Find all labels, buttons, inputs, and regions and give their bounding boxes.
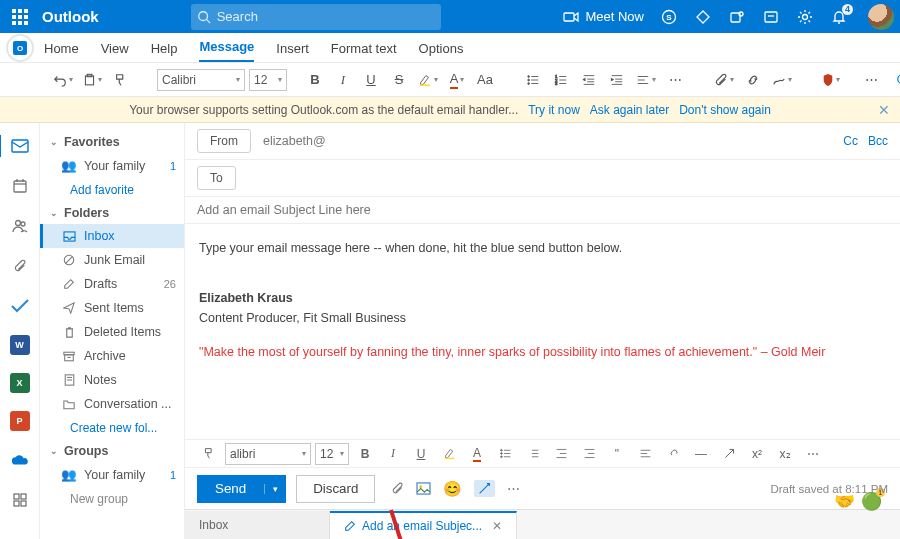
undo-button[interactable]: ▾ [50, 68, 76, 92]
format-painter-button[interactable] [109, 68, 133, 92]
sensitivity-button[interactable]: ▾ [819, 68, 843, 92]
to-button[interactable]: To [197, 166, 236, 190]
add-favorite-link[interactable]: Add favorite [40, 178, 184, 202]
case-button[interactable]: Aa [473, 68, 497, 92]
search-input[interactable] [217, 9, 441, 24]
tab-view[interactable]: View [101, 41, 129, 62]
zoom-button[interactable]: ▾ [893, 68, 900, 92]
new-group-link[interactable]: New group [40, 487, 184, 511]
compose-hr-button[interactable]: — [689, 443, 713, 465]
rail-excel-icon[interactable]: X [10, 373, 30, 393]
rail-people-icon[interactable] [9, 215, 31, 237]
discard-button[interactable]: Discard [296, 475, 375, 503]
tab-help[interactable]: Help [151, 41, 178, 62]
teams-icon[interactable] [728, 8, 746, 26]
bottom-tab-compose[interactable]: Add an email Subjec... ✕ [330, 511, 517, 539]
link-button[interactable] [741, 68, 765, 92]
send-dropdown-icon[interactable]: ▾ [264, 484, 286, 494]
font-color-button[interactable]: A▾ [445, 68, 469, 92]
bullet-list-button[interactable] [521, 68, 545, 92]
app-launcher-icon[interactable] [4, 1, 36, 33]
compose-superscript-button[interactable]: x² [745, 443, 769, 465]
settings-icon[interactable] [796, 8, 814, 26]
sidebar-item-inbox[interactable]: Inbox [40, 224, 184, 248]
compose-quote-button[interactable]: " [605, 443, 629, 465]
sidebar-item-junk[interactable]: Junk Email [40, 248, 184, 272]
compose-underline-button[interactable]: U [409, 443, 433, 465]
message-body[interactable]: Type your email message here -- when don… [185, 224, 900, 376]
compose-outdent-button[interactable] [549, 443, 573, 465]
tab-message[interactable]: Message [199, 39, 254, 62]
send-button[interactable]: Send ▾ [197, 475, 286, 503]
premium-icon[interactable] [694, 8, 712, 26]
overflow-button[interactable]: ⋯ [859, 68, 883, 92]
tab-insert[interactable]: Insert [276, 41, 309, 62]
rail-onedrive-icon[interactable] [9, 449, 31, 471]
italic-button[interactable]: I [331, 68, 355, 92]
bcc-link[interactable]: Bcc [868, 134, 888, 148]
create-folder-link[interactable]: Create new fol... [40, 416, 184, 440]
compose-link-button[interactable] [661, 443, 685, 465]
compose-italic-button[interactable]: I [381, 443, 405, 465]
indent-button[interactable] [605, 68, 629, 92]
rail-word-icon[interactable]: W [10, 335, 30, 355]
sidebar-item-notes[interactable]: Notes [40, 368, 184, 392]
rail-todo-icon[interactable] [9, 295, 31, 317]
notif-close-icon[interactable]: ✕ [878, 102, 890, 118]
sidebar-item-drafts[interactable]: Drafts 26 [40, 272, 184, 296]
compose-font-color-button[interactable]: A [465, 443, 489, 465]
notifications-icon[interactable]: 4 [830, 8, 848, 26]
signature-button[interactable]: ▾ [769, 68, 795, 92]
insert-picture-icon[interactable] [416, 482, 431, 495]
rail-more-icon[interactable] [9, 489, 31, 511]
sidebar-item-archive[interactable]: Archive [40, 344, 184, 368]
rail-mail-icon[interactable] [9, 135, 31, 157]
notif-try-link[interactable]: Try it now [528, 103, 580, 117]
whatsnew-icon[interactable] [762, 8, 780, 26]
rail-calendar-icon[interactable] [9, 175, 31, 197]
compose-size-select[interactable]: 12▾ [315, 443, 349, 465]
drawing-icon[interactable] [474, 480, 495, 497]
font-size-select[interactable]: 12▾ [249, 69, 287, 91]
highlight-button[interactable]: ▾ [415, 68, 441, 92]
bold-button[interactable]: B [303, 68, 327, 92]
format-painter-icon[interactable] [197, 443, 221, 465]
from-button[interactable]: From [197, 129, 251, 153]
subject-input[interactable] [197, 203, 888, 217]
compose-align-button[interactable] [633, 443, 657, 465]
number-list-button[interactable]: 123 [549, 68, 573, 92]
more-format-button[interactable]: ⋯ [663, 68, 687, 92]
search-box[interactable] [191, 4, 441, 30]
attach-button[interactable]: ▾ [711, 68, 737, 92]
sidebar-item-sent[interactable]: Sent Items [40, 296, 184, 320]
outlook-app-chip[interactable]: O [6, 34, 34, 62]
bottom-tab-inbox[interactable]: Inbox [185, 511, 330, 539]
compose-font-select[interactable]: alibri▾ [225, 443, 311, 465]
tab-options[interactable]: Options [419, 41, 464, 62]
compose-highlight-button[interactable] [437, 443, 461, 465]
compose-subscript-button[interactable]: x₂ [773, 443, 797, 465]
insert-emoji-icon[interactable]: 😊 [443, 480, 462, 498]
close-tab-icon[interactable]: ✕ [492, 519, 502, 533]
compose-bullet-button[interactable] [493, 443, 517, 465]
tab-format-text[interactable]: Format text [331, 41, 397, 62]
sidebar-item-your-family[interactable]: 👥 Your family 1 [40, 153, 184, 178]
compose-more-button[interactable]: ⋯ [801, 443, 825, 465]
notif-later-link[interactable]: Ask again later [590, 103, 669, 117]
font-family-select[interactable]: Calibri▾ [157, 69, 245, 91]
rail-powerpoint-icon[interactable]: P [10, 411, 30, 431]
underline-button[interactable]: U [359, 68, 383, 92]
strikethrough-button[interactable]: S [387, 68, 411, 92]
meet-now-button[interactable]: Meet Now [563, 9, 644, 24]
groups-header[interactable]: ⌄Groups [40, 440, 184, 462]
folders-header[interactable]: ⌄Folders [40, 202, 184, 224]
cc-link[interactable]: Cc [843, 134, 858, 148]
rail-files-icon[interactable] [9, 255, 31, 277]
tab-home[interactable]: Home [44, 41, 79, 62]
compose-indent-button[interactable] [577, 443, 601, 465]
align-button[interactable]: ▾ [633, 68, 659, 92]
sidebar-item-your-family-group[interactable]: 👥 Your family 1 [40, 462, 184, 487]
sidebar-item-deleted[interactable]: Deleted Items [40, 320, 184, 344]
compose-bold-button[interactable]: B [353, 443, 377, 465]
attach-file-icon[interactable] [391, 481, 404, 496]
